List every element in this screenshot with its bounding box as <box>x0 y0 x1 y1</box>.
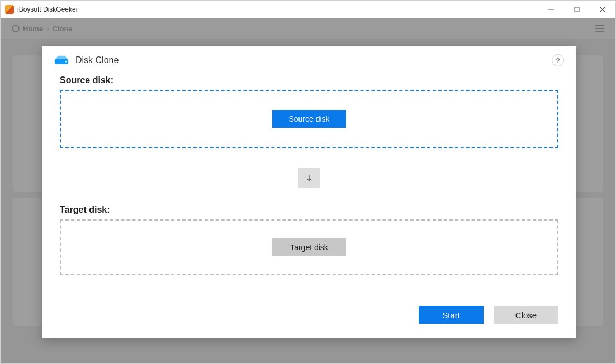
maximize-button[interactable] <box>564 1 590 18</box>
disk-clone-dialog: Disk Clone ? Source disk: Source disk Ta… <box>42 46 576 338</box>
help-button[interactable]: ? <box>552 54 564 66</box>
maximize-icon <box>574 7 580 12</box>
close-icon <box>600 7 605 12</box>
dialog-title: Disk Clone <box>75 55 119 65</box>
arrow-down-box <box>298 168 320 188</box>
close-button[interactable]: Close <box>494 306 558 324</box>
source-disk-label: Source disk: <box>60 75 558 85</box>
svg-rect-1 <box>575 7 579 12</box>
close-window-button[interactable] <box>590 1 615 18</box>
window-controls <box>538 1 615 18</box>
titlebar: iBoysoft DiskGeeker <box>1 1 615 18</box>
arrow-down-icon <box>305 174 314 183</box>
dialog-footer: Start Close <box>419 306 558 324</box>
source-disk-button[interactable]: Source disk <box>272 110 346 128</box>
help-icon: ? <box>556 56 560 65</box>
target-disk-button[interactable]: Target disk <box>272 238 346 256</box>
svg-point-5 <box>65 61 67 63</box>
arrow-container <box>60 168 558 188</box>
minimize-icon <box>548 7 554 12</box>
dialog-body: Source disk: Source disk Target disk: Ta… <box>42 72 576 275</box>
app-icon <box>5 5 14 14</box>
target-disk-dropzone[interactable]: Target disk <box>60 219 558 275</box>
target-disk-label: Target disk: <box>60 205 558 215</box>
start-button[interactable]: Start <box>419 306 484 324</box>
window-title: iBoysoft DiskGeeker <box>17 6 78 13</box>
minimize-button[interactable] <box>538 1 564 18</box>
app-window: iBoysoft DiskGeeker Home › Clone <box>0 0 616 364</box>
disk-clone-icon <box>54 55 69 66</box>
source-disk-dropzone[interactable]: Source disk <box>60 90 558 148</box>
dialog-header: Disk Clone ? <box>42 46 576 72</box>
